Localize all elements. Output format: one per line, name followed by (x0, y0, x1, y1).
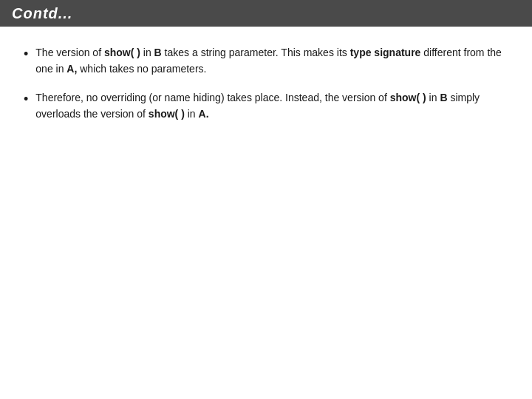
header-title: Contd... (12, 5, 72, 22)
bullet-text-2: Therefore, no overriding (or name hiding… (35, 89, 508, 123)
bullet-text-1: The version of show( ) in B takes a stri… (35, 44, 508, 78)
bullet-list: The version of show( ) in B takes a stri… (24, 44, 508, 123)
header-bar: Contd... (0, 0, 532, 27)
list-item-1: The version of show( ) in B takes a stri… (24, 44, 508, 78)
content-area: The version of show( ) in B takes a stri… (0, 27, 532, 152)
list-item-2: Therefore, no overriding (or name hiding… (24, 89, 508, 123)
